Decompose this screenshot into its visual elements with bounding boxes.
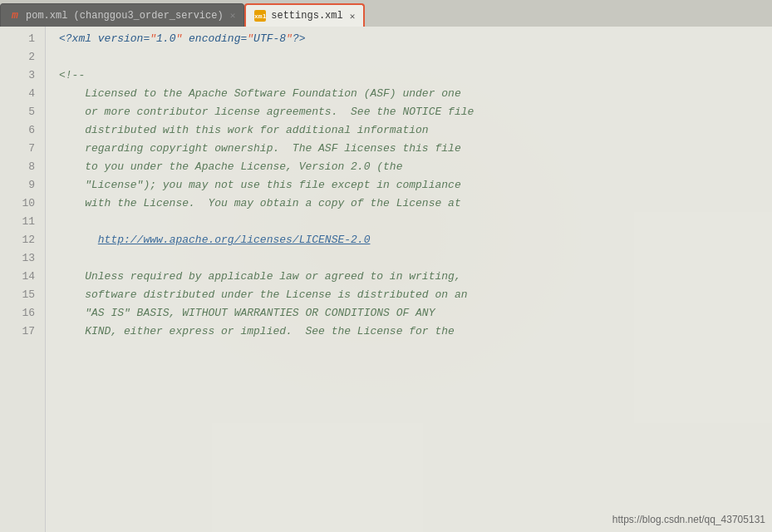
code-line-17: KIND, either express or implied. See the… (59, 323, 772, 341)
code-line-2 (59, 48, 772, 66)
code-line-7: regarding copyright ownership. The ASF l… (59, 140, 772, 158)
line-num-4: 4 (0, 85, 35, 103)
line-num-9: 9 (0, 176, 35, 195)
code-line-13 (59, 249, 772, 268)
code-line-16: "AS IS" BASIS, WITHOUT WARRANTIES OR CON… (59, 304, 772, 323)
settings-tab-label: settings.xml (271, 10, 342, 22)
line-num-3: 3 (0, 66, 35, 85)
code-line-8: to you under the Apache License, Version… (59, 158, 772, 176)
settings-tab-icon: xml (254, 10, 266, 22)
line-numbers: 1 2 3 4 5 6 7 8 9 10 11 12 13 14 15 16 1… (0, 27, 46, 532)
line-num-13: 13 (0, 249, 35, 268)
settings-tab-close[interactable]: ✕ (350, 11, 356, 22)
editor-area: 1 2 3 4 5 6 7 8 9 10 11 12 13 14 15 16 1… (0, 27, 772, 532)
pom-tab-close[interactable]: ✕ (230, 10, 236, 21)
line-num-17: 17 (0, 323, 35, 341)
line-num-16: 16 (0, 304, 35, 323)
line-num-15: 15 (0, 286, 35, 304)
code-line-1: <?xml version="1.0" encoding="UTF-8"?> (59, 30, 772, 48)
line-num-1: 1 (0, 30, 35, 48)
csdn-badge: https://blog.csdn.net/qq_43705131 (612, 514, 765, 525)
line-num-6: 6 (0, 121, 35, 140)
code-line-6: distributed with this work for additiona… (59, 121, 772, 140)
code-line-11 (59, 213, 772, 231)
code-line-14: Unless required by applicable law or agr… (59, 268, 772, 286)
line-num-10: 10 (0, 195, 35, 213)
code-line-10: with the License. You may obtain a copy … (59, 195, 772, 213)
line-num-11: 11 (0, 213, 35, 231)
line-num-12: 12 (0, 231, 35, 249)
tab-bar: m pom.xml (changgou3_order_service) ✕ xm… (0, 0, 772, 27)
line-num-2: 2 (0, 48, 35, 66)
code-line-9: "License"); you may not use this file ex… (59, 176, 772, 195)
tab-pom-xml[interactable]: m pom.xml (changgou3_order_service) ✕ (0, 3, 244, 27)
line-num-14: 14 (0, 268, 35, 286)
code-line-4: Licensed to the Apache Software Foundati… (59, 85, 772, 103)
pom-tab-icon: m (9, 10, 21, 22)
code-content[interactable]: <?xml version="1.0" encoding="UTF-8"?> <… (46, 27, 772, 532)
line-num-8: 8 (0, 158, 35, 176)
code-line-3: <!-- (59, 66, 772, 85)
code-line-15: software distributed under the License i… (59, 286, 772, 304)
tab-settings-xml[interactable]: xml settings.xml ✕ (244, 3, 365, 27)
line-num-5: 5 (0, 103, 35, 121)
line-num-7: 7 (0, 140, 35, 158)
pom-tab-label: pom.xml (changgou3_order_service) (26, 10, 224, 22)
code-line-12: http://www.apache.org/licenses/LICENSE-2… (59, 231, 772, 249)
code-line-5: or more contributor license agreements. … (59, 103, 772, 121)
